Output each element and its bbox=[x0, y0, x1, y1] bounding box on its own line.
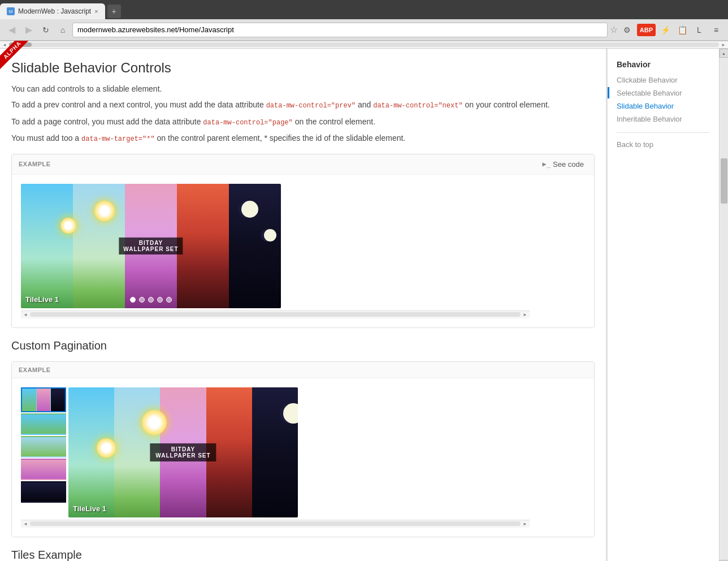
example2-hscrollbar[interactable]: ◄ ► bbox=[21, 520, 530, 528]
ex1-scroll-right[interactable]: ► bbox=[521, 311, 530, 318]
moon-2 bbox=[264, 229, 276, 241]
moon-1 bbox=[241, 201, 258, 218]
description-line-3: To add a page control, you must add the … bbox=[11, 115, 595, 128]
back-to-top-link[interactable]: Back to top bbox=[617, 140, 653, 149]
description-line-2: To add a prev control and a next control… bbox=[11, 98, 595, 111]
sky-panel-4 bbox=[177, 184, 229, 308]
sidebar-divider bbox=[617, 132, 710, 133]
top-horizontal-scrollbar[interactable]: ◄ ► bbox=[0, 41, 728, 49]
example-content-2: BITDAY WALLPAPER SET TileLive 1 ◄ ► bbox=[12, 378, 594, 537]
new-tab-button[interactable]: + bbox=[107, 5, 121, 18]
desc4-suffix: on the control parent element, * specifi… bbox=[157, 133, 406, 143]
dot-1[interactable] bbox=[130, 297, 136, 303]
dot-4[interactable] bbox=[157, 297, 163, 303]
menu-button[interactable]: ≡ bbox=[709, 23, 723, 37]
alpha-badge: ALPHA bbox=[0, 41, 32, 70]
example-header-1: EXAMPLE ▶_ See code bbox=[12, 154, 594, 175]
dot-5[interactable] bbox=[166, 297, 172, 303]
address-bar[interactable] bbox=[72, 23, 608, 37]
ex1-scroll-left[interactable]: ◄ bbox=[21, 311, 30, 318]
l-button[interactable]: L bbox=[692, 23, 707, 37]
toolbar-right: ⚙ ABP ⚡ 📋 L ≡ bbox=[620, 23, 723, 37]
thumb-5[interactable] bbox=[21, 481, 66, 503]
slide-label-2: TileLive 1 bbox=[73, 504, 106, 513]
ex2-scroll-left[interactable]: ◄ bbox=[21, 520, 30, 528]
note-button[interactable]: 📋 bbox=[675, 23, 690, 37]
refresh-button[interactable]: ↻ bbox=[38, 23, 53, 37]
desc2-mid: and bbox=[358, 100, 373, 109]
description-line-4: You must add too a data-mw-target="*" on… bbox=[11, 132, 595, 145]
thumb-1[interactable] bbox=[21, 387, 66, 412]
see-code-label: See code bbox=[553, 160, 584, 169]
code-target: data-mw-target="*" bbox=[81, 135, 155, 143]
sidebar: Behavior Clickable Behavior Selectable B… bbox=[606, 49, 719, 561]
sun-slide2 bbox=[142, 410, 167, 435]
example-label-2: EXAMPLE bbox=[19, 366, 51, 373]
forward-button[interactable]: ▶ bbox=[21, 23, 36, 37]
lightning-button[interactable]: ⚡ bbox=[658, 23, 673, 37]
scroll-thumb[interactable] bbox=[721, 158, 727, 204]
navigation-toolbar: ◀ ▶ ↻ ⌂ ☆ ⚙ ABP ⚡ 📋 L ≡ bbox=[0, 19, 728, 41]
custom-pagination-container: BITDAY WALLPAPER SET TileLive 1 bbox=[21, 387, 298, 517]
desc2-prefix: To add a prev control and a next control… bbox=[11, 100, 266, 109]
dot-2[interactable] bbox=[139, 297, 145, 303]
thumb-strip bbox=[21, 387, 66, 517]
scroll-up-button[interactable]: ▲ bbox=[720, 49, 729, 58]
example1-hscrollbar[interactable]: ◄ ► bbox=[21, 310, 530, 318]
scroll-right-arrow[interactable]: ► bbox=[719, 41, 728, 49]
sidebar-item-clickable[interactable]: Clickable Behavior bbox=[617, 74, 710, 87]
dot-3[interactable] bbox=[148, 297, 154, 303]
back-button[interactable]: ◀ bbox=[5, 23, 19, 37]
content-area: Slidable Behavior Controls You can add c… bbox=[0, 49, 728, 561]
desc2-suffix: on your control element. bbox=[465, 100, 550, 109]
tab-close-button[interactable]: × bbox=[94, 8, 98, 15]
see-code-button-1[interactable]: ▶_ See code bbox=[539, 159, 587, 170]
thumb-3[interactable] bbox=[21, 436, 66, 458]
slide-dots-1 bbox=[130, 297, 172, 303]
bitday-label-2: BITDAY WALLPAPER SET bbox=[150, 443, 216, 461]
slide-label-1: TileLive 1 bbox=[25, 295, 59, 304]
ex1-scroll-track[interactable] bbox=[30, 312, 521, 317]
example-content-1: BITDAY WALLPAPER SET TileLive 1 bbox=[12, 175, 594, 327]
slideshow-1: BITDAY WALLPAPER SET TileLive 1 bbox=[21, 184, 281, 308]
example-label-1: EXAMPLE bbox=[19, 161, 51, 167]
code-next: data-mw-control="next" bbox=[373, 102, 462, 110]
page-title: Slidable Behavior Controls bbox=[11, 60, 595, 76]
horizontal-scroll-track[interactable] bbox=[9, 42, 719, 47]
thumb-2[interactable] bbox=[21, 413, 66, 435]
bitday-label-1: BITDAY WALLPAPER SET bbox=[119, 238, 183, 254]
sidebar-item-inheritable[interactable]: Inheritable Behavior bbox=[617, 113, 710, 126]
main-content: Slidable Behavior Controls You can add c… bbox=[0, 49, 606, 561]
sidebar-active-indicator bbox=[608, 87, 609, 98]
abp-button[interactable]: ABP bbox=[637, 24, 656, 36]
example-box-2: EXAMPLE bbox=[11, 361, 595, 537]
moon-slide2 bbox=[283, 403, 298, 424]
settings-button[interactable]: ⚙ bbox=[620, 23, 635, 37]
sky-panel-1 bbox=[21, 184, 73, 308]
ex2-scroll-track[interactable] bbox=[30, 521, 521, 526]
code-page: data-mw-control="page" bbox=[203, 119, 292, 127]
ex2-scroll-right[interactable]: ► bbox=[521, 520, 530, 528]
example-box-1: EXAMPLE ▶_ See code bbox=[11, 154, 595, 328]
thumb-4[interactable] bbox=[21, 459, 66, 480]
tiles-example-title: Tiles Example bbox=[11, 549, 595, 561]
sidebar-item-selectable[interactable]: Selectable Behavior bbox=[617, 87, 710, 100]
tab-favicon: M bbox=[7, 7, 15, 15]
browser-chrome: M ModernWeb : Javascript × + ◀ ▶ ↻ ⌂ ☆ ⚙… bbox=[0, 0, 728, 41]
sidebar-section-title: Behavior bbox=[617, 60, 710, 69]
example-header-2: EXAMPLE bbox=[12, 362, 594, 378]
description-line-1: You can add controls to a slidable eleme… bbox=[11, 83, 595, 95]
bookmark-button[interactable]: ☆ bbox=[610, 24, 618, 35]
desc3-suffix: on the control element. bbox=[295, 117, 375, 126]
code-prev: data-mw-control="prev" bbox=[266, 102, 356, 110]
sidebar-item-slidable[interactable]: Slidable Behavior bbox=[617, 100, 710, 113]
main-slide-area: BITDAY WALLPAPER SET TileLive 1 bbox=[68, 387, 298, 517]
home-button[interactable]: ⌂ bbox=[55, 23, 70, 37]
right-scrollbar: ▲ ▼ bbox=[719, 49, 728, 561]
tab-bar: M ModernWeb : Javascript × + bbox=[0, 0, 728, 19]
sun-2 bbox=[60, 218, 76, 234]
scroll-track[interactable] bbox=[720, 58, 728, 560]
sun-1 bbox=[94, 201, 115, 221]
active-tab[interactable]: M ModernWeb : Javascript × bbox=[0, 3, 105, 19]
sun-slide2-b bbox=[97, 438, 116, 458]
